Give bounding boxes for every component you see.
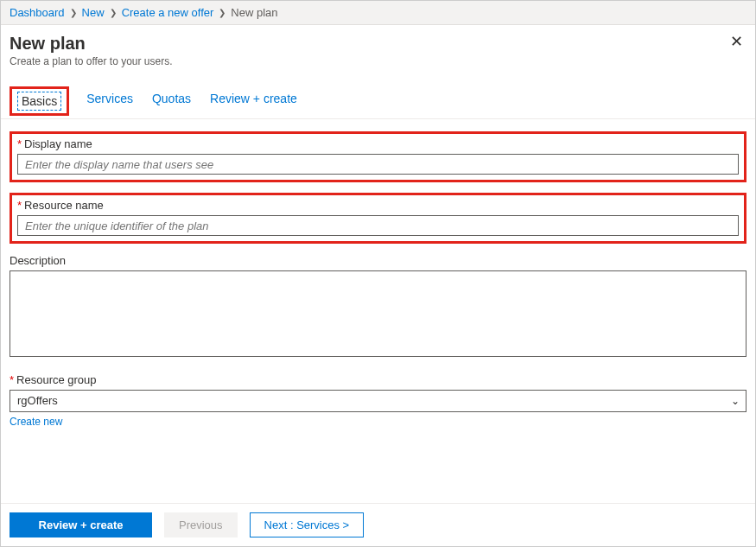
chevron-right-icon: ❯ [110, 8, 117, 17]
next-services-button[interactable]: Next : Services > [250, 512, 365, 537]
field-display-name: *Display name [10, 131, 746, 182]
tab-services[interactable]: Services [85, 86, 135, 118]
previous-button: Previous [164, 512, 238, 537]
description-input[interactable] [10, 270, 746, 357]
breadcrumb-create-offer[interactable]: Create a new offer [122, 6, 214, 19]
resource-name-label: *Resource name [17, 199, 739, 212]
breadcrumb-current: New plan [231, 6, 277, 19]
form-panel: *Display name *Resource name Description… [1, 119, 755, 503]
breadcrumb-new[interactable]: New [82, 6, 105, 19]
tab-basics-label: Basics [17, 92, 61, 111]
breadcrumb-dashboard[interactable]: Dashboard [10, 6, 65, 19]
resource-name-input[interactable] [17, 215, 739, 236]
chevron-right-icon: ❯ [70, 8, 77, 17]
display-name-input[interactable] [17, 154, 739, 175]
field-description: Description [10, 254, 746, 359]
chevron-right-icon: ❯ [219, 8, 226, 17]
field-resource-name: *Resource name [10, 193, 746, 244]
tab-basics[interactable]: Basics [10, 86, 69, 116]
tabs: Basics Services Quotas Review + create [1, 86, 755, 119]
footer-actions: Review + create Previous Next : Services… [1, 503, 755, 546]
resource-group-label: *Resource group [10, 373, 746, 386]
display-name-label: *Display name [17, 137, 739, 150]
create-new-link[interactable]: Create new [10, 416, 62, 428]
page-subtitle: Create a plan to offer to your users. [10, 55, 173, 67]
page-title: New plan [10, 34, 173, 54]
close-icon: ✕ [730, 33, 743, 50]
required-indicator: * [17, 137, 22, 150]
field-resource-group: *Resource group rgOffers ⌄ Create new [10, 373, 746, 428]
required-indicator: * [17, 199, 22, 212]
required-indicator: * [10, 373, 14, 386]
tab-review-create[interactable]: Review + create [208, 86, 299, 118]
page-header: New plan Create a plan to offer to your … [1, 25, 755, 74]
breadcrumb: Dashboard ❯ New ❯ Create a new offer ❯ N… [1, 1, 755, 25]
resource-group-select[interactable]: rgOffers [10, 390, 746, 412]
tab-quotas[interactable]: Quotas [150, 86, 193, 118]
close-button[interactable]: ✕ [730, 34, 743, 49]
review-create-button[interactable]: Review + create [10, 512, 152, 537]
description-label: Description [10, 254, 746, 267]
